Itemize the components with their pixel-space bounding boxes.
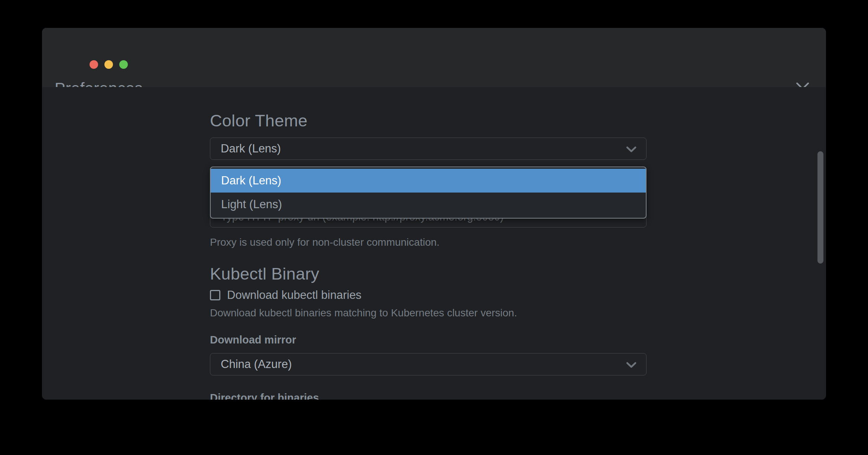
download-mirror-select[interactable]: China (Azure)	[210, 353, 647, 375]
download-mirror-select-value: China (Azure)	[221, 358, 292, 371]
download-kubectl-checkbox-row[interactable]: Download kubectl binaries	[210, 289, 362, 301]
traffic-lights	[90, 60, 128, 69]
dropdown-option-dark-lens[interactable]: Dark (Lens)	[211, 169, 646, 193]
titlebar: Preferences	[42, 28, 826, 87]
minimize-traffic-light[interactable]	[104, 60, 113, 69]
directory-for-binaries-label: Directory for binaries	[210, 393, 319, 400]
download-kubectl-hint: Download kubectl binaries matching to Ku…	[210, 308, 517, 318]
preferences-window: Preferences Color Theme Dark (Lens)	[42, 28, 826, 400]
color-theme-select[interactable]: Dark (Lens)	[210, 138, 647, 160]
settings-column: Color Theme Dark (Lens) Dark (Lens) Ligh…	[210, 87, 647, 400]
color-theme-dropdown-menu: Dark (Lens) Light (Lens)	[210, 167, 647, 219]
download-kubectl-checkbox-label: Download kubectl binaries	[227, 289, 362, 301]
chevron-down-icon	[626, 358, 637, 371]
preferences-content: Color Theme Dark (Lens) Dark (Lens) Ligh…	[42, 87, 826, 400]
download-mirror-label: Download mirror	[210, 335, 296, 345]
http-proxy-hint: Proxy is used only for non-cluster commu…	[210, 237, 440, 248]
section-heading-color-theme: Color Theme	[210, 112, 308, 129]
vertical-scrollbar[interactable]	[817, 151, 823, 264]
download-kubectl-checkbox[interactable]	[210, 290, 220, 300]
dropdown-option-light-lens[interactable]: Light (Lens)	[211, 193, 646, 216]
close-traffic-light[interactable]	[90, 60, 98, 69]
chevron-down-icon	[626, 142, 637, 155]
section-heading-kubectl-binary: Kubectl Binary	[210, 265, 319, 282]
zoom-traffic-light[interactable]	[119, 60, 128, 69]
color-theme-select-value: Dark (Lens)	[221, 142, 281, 155]
